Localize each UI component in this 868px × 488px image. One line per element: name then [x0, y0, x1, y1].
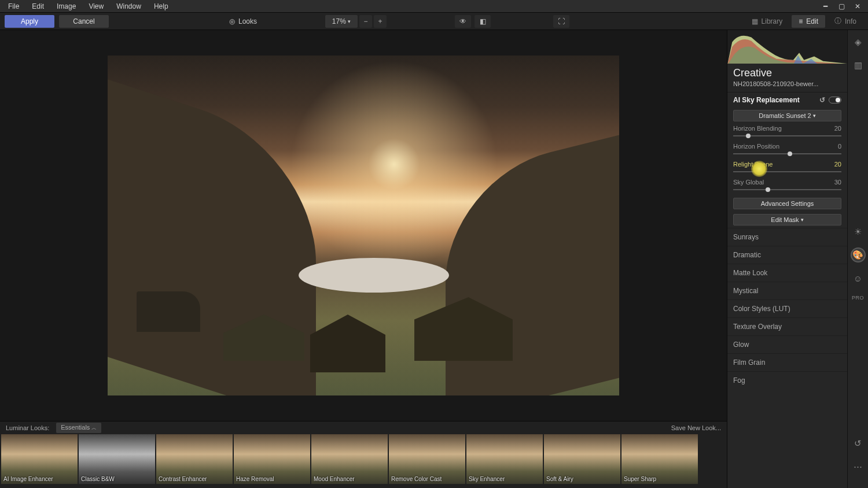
filename-label: NH20180508-210920-bewer... [727, 80, 847, 92]
menu-view[interactable]: View [83, 1, 109, 12]
tool-texture-overlay[interactable]: Texture Overlay [727, 317, 847, 335]
tab-label: Info [845, 17, 856, 25]
thumb-caption: Soft & Airy [546, 476, 573, 482]
toolbar: Apply Cancel ◎ Looks 17% ▾ − + 👁 ◧ ⛶ ▦Li… [0, 13, 868, 30]
tool-color-styles-lut-[interactable]: Color Styles (LUT) [727, 300, 847, 317]
look-thumb[interactable]: Haze Removal [234, 434, 310, 484]
look-thumb[interactable]: Sky Enhancer [466, 434, 543, 484]
preview-toggle-icon[interactable]: 👁 [455, 15, 471, 28]
portrait-icon[interactable]: ☺ [852, 272, 865, 284]
slider-label: Sky Global [733, 179, 764, 186]
slider-value: 30 [834, 179, 841, 186]
tool-glow[interactable]: Glow [727, 335, 847, 353]
tool-fog[interactable]: Fog [727, 371, 847, 389]
thumb-caption: Super Sharp [624, 476, 656, 482]
tab-edit[interactable]: ≡Edit [792, 15, 825, 28]
more-icon[interactable]: ⋯ [852, 460, 865, 473]
canvas[interactable] [0, 30, 727, 421]
menu-edit[interactable]: Edit [26, 1, 50, 12]
sky-preset-dropdown[interactable]: Dramatic Sunset 2 ▾ [733, 110, 841, 121]
layers-icon[interactable]: ◈ [852, 36, 865, 49]
save-new-look-button[interactable]: Save New Look... [671, 424, 721, 431]
thumb-caption: Sky Enhancer [469, 476, 505, 482]
minimize-icon[interactable]: ━ [817, 2, 833, 10]
histogram[interactable] [727, 30, 847, 64]
tab-label: Library [762, 17, 783, 25]
section-toggle[interactable] [829, 97, 841, 103]
tab-label: Edit [806, 17, 818, 25]
tool-dramatic[interactable]: Dramatic [727, 246, 847, 264]
maximize-icon[interactable]: ▢ [833, 2, 849, 10]
looks-category-dropdown[interactable]: Essentials ︿ [56, 423, 101, 433]
crop-button[interactable]: ⛶ [553, 15, 569, 28]
looks-button[interactable]: ◎ Looks [229, 17, 257, 25]
look-thumb[interactable]: Remove Color Cast [389, 434, 465, 484]
tool-matte-look[interactable]: Matte Look [727, 264, 847, 282]
menubar: File Edit Image View Window Help ━ ▢ ✕ [0, 0, 868, 13]
advanced-settings-button[interactable]: Advanced Settings [733, 198, 841, 209]
slider-sky-global[interactable]: Sky Global30 [727, 178, 847, 195]
section-ai-sky-replacement[interactable]: AI Sky Replacement ↺ [727, 92, 847, 108]
compare-icon[interactable]: ◧ [475, 15, 491, 28]
zoom-in-button[interactable]: + [374, 15, 387, 28]
right-panel: Creative NH20180508-210920-bewer... AI S… [727, 30, 847, 488]
slider-value: 20 [834, 125, 841, 132]
look-thumb[interactable]: AI Image Enhancer [1, 434, 78, 484]
slider-label: Relight Scene [733, 161, 773, 168]
slider-horizon-position[interactable]: Horizon Position0 [727, 142, 847, 160]
slider-label: Horizon Position [733, 143, 779, 150]
preset-label: Dramatic Sunset 2 [759, 112, 811, 119]
cancel-button[interactable]: Cancel [59, 15, 109, 28]
tool-film-grain[interactable]: Film Grain [727, 353, 847, 371]
edit-mask-button[interactable]: Edit Mask ▾ [733, 214, 841, 225]
reset-icon[interactable]: ↺ [819, 96, 825, 104]
apply-button[interactable]: Apply [5, 15, 54, 28]
thumb-caption: AI Image Enhancer [3, 476, 53, 482]
essentials-icon[interactable]: ☀ [852, 225, 865, 238]
look-thumb[interactable]: Soft & Airy [544, 434, 620, 484]
category-label: Essentials [61, 424, 90, 431]
library-icon: ▦ [752, 17, 758, 25]
slider-relight-scene[interactable]: Relight Scene20 [727, 160, 847, 178]
sliders-icon: ≡ [799, 17, 803, 25]
info-icon: ⓘ [834, 16, 841, 26]
photo-preview [108, 56, 619, 395]
tool-sunrays[interactable]: Sunrays [727, 228, 847, 246]
tab-library[interactable]: ▦Library [745, 15, 790, 28]
slider-value: 0 [838, 143, 841, 150]
thumb-caption: Mood Enhancer [314, 476, 355, 482]
look-thumb[interactable]: Contrast Enhancer [156, 434, 233, 484]
workspace-tabs: ◈ ▥ ☀ 🎨 ☺ PRO ↺ ⋯ [847, 30, 868, 488]
menu-window[interactable]: Window [111, 1, 147, 12]
history-icon[interactable]: ↺ [852, 437, 865, 450]
pro-label[interactable]: PRO [852, 295, 864, 301]
looks-label: Looks [238, 17, 257, 25]
menu-image[interactable]: Image [51, 1, 82, 12]
slider-horizon-blending[interactable]: Horizon Blending20 [727, 124, 847, 142]
look-thumb[interactable]: Super Sharp [621, 434, 698, 484]
look-thumb[interactable]: Mood Enhancer [311, 434, 388, 484]
section-label: AI Sky Replacement [733, 96, 800, 104]
canvas-icon[interactable]: ▥ [852, 59, 865, 72]
menu-file[interactable]: File [2, 1, 25, 12]
thumb-caption: Haze Removal [236, 476, 274, 482]
looks-strip: Luminar Looks: Essentials ︿ Save New Loo… [0, 421, 727, 488]
zoom-value: 17% [332, 17, 346, 25]
thumb-caption: Classic B&W [81, 476, 115, 482]
zoom-dropdown[interactable]: 17% ▾ [325, 15, 358, 28]
tool-mystical[interactable]: Mystical [727, 282, 847, 300]
close-icon[interactable]: ✕ [849, 2, 866, 10]
thumb-caption: Remove Color Cast [391, 476, 442, 482]
mask-label: Edit Mask [771, 216, 799, 223]
zoom-out-button[interactable]: − [359, 15, 372, 28]
slider-label: Horizon Blending [733, 125, 782, 132]
eye-target-icon: ◎ [229, 17, 235, 25]
thumb-caption: Contrast Enhancer [159, 476, 207, 482]
creative-icon[interactable]: 🎨 [852, 249, 865, 261]
look-thumb[interactable]: Classic B&W [79, 434, 155, 484]
slider-value: 20 [834, 161, 841, 168]
tab-info[interactable]: ⓘInfo [827, 15, 863, 28]
panel-title: Creative [727, 64, 847, 80]
menu-help[interactable]: Help [148, 1, 174, 12]
looks-label: Luminar Looks: [6, 424, 49, 431]
